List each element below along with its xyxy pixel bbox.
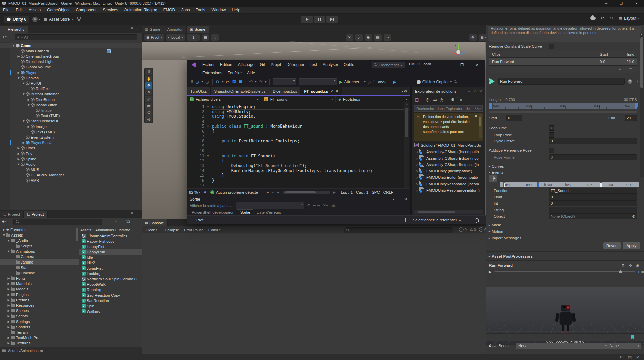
code-line[interactable]: 6{ xyxy=(187,129,410,134)
health-indicator[interactable]: ✓ Aucun problème détecté xyxy=(210,190,258,194)
attach-button[interactable]: ▶Attacher...▾ xyxy=(339,80,365,84)
menu-window[interactable]: Window xyxy=(208,7,229,13)
tab-scene[interactable]: ▣Scene xyxy=(187,26,209,33)
vs-maximize-button[interactable]: ❐ xyxy=(454,60,470,69)
vs-menu-projet[interactable]: Projet xyxy=(268,62,284,67)
assetbundle-dropdown-1[interactable]: None▾ xyxy=(516,343,609,349)
code-line[interactable]: 12 { xyxy=(187,159,410,164)
editor-vertical-scrollbar[interactable]: ▲ xyxy=(404,102,409,188)
gizmos-toggle[interactable]: ✥ xyxy=(469,34,477,41)
console-error-count[interactable]: ✕0 xyxy=(479,227,486,232)
hierarchy-row[interactable]: Main Camera xyxy=(0,48,142,54)
tab-console[interactable]: ▤Console xyxy=(142,219,168,226)
code-line[interactable]: 1∨using UnityEngine; xyxy=(187,104,410,109)
project-folder-row[interactable]: Star xyxy=(0,265,79,270)
rotate-tool-button[interactable]: ↻ xyxy=(145,89,152,95)
solution-project-row[interactable]: ▷FMODUnityEditor (incompatib xyxy=(412,174,485,181)
lock-icon[interactable]: a xyxy=(131,26,133,30)
project-folder-row[interactable]: ▶Scenes xyxy=(0,308,79,313)
properties-icon[interactable]: ⚙ xyxy=(451,97,454,102)
project-folder-row[interactable]: ▼_Audio xyxy=(0,238,79,243)
vs-menu-analyser[interactable]: Analyser xyxy=(320,62,341,67)
tab-project-1[interactable]: ▤Project xyxy=(0,211,24,218)
asset-item[interactable]: ▸Sad Reaction Copy xyxy=(79,293,142,298)
github-copilot-button[interactable]: GitHub Copilot▾ xyxy=(417,80,452,84)
solution-horizontal-scrollbar[interactable] xyxy=(414,210,483,214)
project-folder-row[interactable]: ▶Plugins xyxy=(0,292,79,297)
custom-tool-button[interactable]: ◎ xyxy=(145,116,152,122)
spellcheck-icon[interactable]: abc✓ xyxy=(378,80,387,84)
project-folder-row[interactable]: Terrain xyxy=(0,330,79,335)
vs-menu-déboguer[interactable]: Déboguer xyxy=(284,62,307,67)
code-line[interactable]: 7 xyxy=(187,134,410,139)
object-picker-icon[interactable]: ⊙ xyxy=(632,214,635,219)
menu-animation-rigging[interactable]: Animation Rigging xyxy=(121,7,160,13)
project-folder-row[interactable]: Timeline xyxy=(0,270,79,276)
code-line[interactable]: 4 xyxy=(187,119,410,124)
vs-close-button[interactable]: ✕ xyxy=(470,60,485,69)
preview-speed-slider[interactable] xyxy=(494,271,635,272)
close-button[interactable]: ✕ xyxy=(629,0,644,7)
preview-play-button[interactable]: ▶ xyxy=(489,270,492,274)
hierarchy-row[interactable]: ▶Player› xyxy=(0,70,142,75)
project-folder-row[interactable]: ▶★Favorites xyxy=(0,227,79,232)
console-log-area[interactable] xyxy=(142,233,486,354)
remove-clip-button[interactable]: − xyxy=(629,66,632,72)
play-button[interactable] xyxy=(301,16,313,23)
tab-powershell[interactable]: PowerShell développeur xyxy=(189,210,236,215)
hierarchy-row[interactable]: ▶Other xyxy=(0,145,142,151)
asset-item[interactable]: ▸Happy Fist copy xyxy=(79,239,142,244)
events-ruler[interactable]: 0:000:170:330:500:670:831:00 xyxy=(500,182,639,187)
hierarchy-row[interactable]: ▼RollUI xyxy=(0,81,142,86)
add-gameobject-button[interactable]: +▾ xyxy=(2,34,7,39)
scene-viewport-left[interactable]: ⠿ ✋ ✥ ↻ ⤢ ▭ ⬡ ◎ xyxy=(142,60,187,219)
loop-time-checkbox[interactable]: ✓ xyxy=(549,125,554,131)
asset-postprocessors-foldout[interactable]: ▸Asset PostProcessors xyxy=(486,253,644,259)
help-icon[interactable]: ? xyxy=(628,79,632,84)
vs-menu-affichage[interactable]: Affichage xyxy=(235,62,257,67)
status-activity-icon[interactable]: ⟳ xyxy=(620,355,623,359)
hierarchy-row[interactable]: UI_Audio_Manager xyxy=(0,172,142,178)
asset-item[interactable]: _JammoAnimController xyxy=(79,233,142,239)
minimize-button[interactable]: ─ xyxy=(598,0,614,7)
view-tool-button[interactable]: ✋ xyxy=(145,76,152,82)
tab-output[interactable]: Sortie xyxy=(237,209,253,215)
hierarchy-row[interactable]: ▼BoardButton xyxy=(0,102,142,108)
code-line[interactable]: 10 xyxy=(187,148,410,154)
hierarchy-row[interactable]: RollText xyxy=(0,86,142,91)
preview-pivot-icon[interactable]: ✛ xyxy=(629,263,632,268)
move-tool-button[interactable]: ✥ xyxy=(145,82,152,89)
menu-file[interactable]: File xyxy=(0,7,12,13)
asset-item[interactable]: ▸Idle xyxy=(79,255,142,260)
tab-project-2[interactable]: ▤Project xyxy=(24,211,47,218)
project-search-input[interactable] xyxy=(13,219,102,225)
kebab-menu-icon[interactable]: ⋮ xyxy=(136,26,140,30)
asset-item[interactable]: Northern Soul Spin Combo C xyxy=(79,276,142,282)
unity-version-badge[interactable]: Unity 6 xyxy=(4,16,29,23)
handle-space-dropdown[interactable]: ◐Local▾ xyxy=(166,34,185,41)
hierarchy-row[interactable]: Text (TMP) xyxy=(0,129,142,135)
project-tree-scrollbar[interactable] xyxy=(76,228,78,241)
close-icon[interactable]: ✕ xyxy=(479,89,482,93)
event-marker[interactable] xyxy=(537,182,539,187)
solution-explorer-search[interactable]: Rechercher dans Explorateur de ▾ xyxy=(414,105,483,112)
clip-range-ruler[interactable]: 0:000:050:100:150:2 xyxy=(489,103,638,109)
solution-project-row[interactable]: ▷Assembly-CSharp (incompatib xyxy=(412,148,485,155)
apply-button[interactable]: Apply xyxy=(623,242,640,249)
hierarchy-row[interactable]: AMB xyxy=(0,178,142,183)
account-dropdown[interactable]: M▾ xyxy=(32,17,40,22)
project-folder-row[interactable]: ▼Assets xyxy=(0,232,79,238)
lock-icon[interactable]: a xyxy=(131,211,133,215)
pause-button[interactable] xyxy=(314,16,325,23)
undo-history-icon[interactable]: ↺ xyxy=(601,16,605,21)
pivot-dropdown[interactable]: ▣Pivot▾ xyxy=(144,34,164,41)
editor-horizontal-scrollbar[interactable] xyxy=(283,191,330,194)
menu-edit[interactable]: Edit xyxy=(12,7,26,13)
end-field[interactable]: 21 xyxy=(625,115,637,121)
code-line[interactable]: 13 Debug.Log("FT_Sound() called"); xyxy=(187,163,410,168)
console-warning-count[interactable]: ⚠0 xyxy=(470,227,476,232)
search-icon[interactable] xyxy=(454,80,457,84)
additive-pose-checkbox[interactable] xyxy=(549,148,554,153)
indent-indicator[interactable]: SPC xyxy=(372,190,380,194)
filter-icon[interactable]: ◒ xyxy=(121,219,123,223)
